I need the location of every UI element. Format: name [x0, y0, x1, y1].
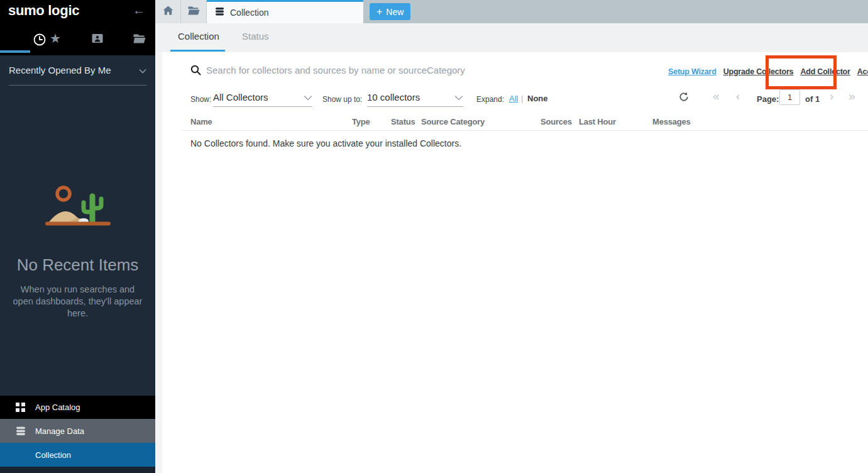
library-tab[interactable] [181, 0, 207, 23]
collection-document-tab[interactable]: Collection [207, 0, 363, 23]
page-label: Page: [757, 94, 779, 104]
column-header-status[interactable]: Status [391, 117, 415, 126]
expand-none-option[interactable]: None [527, 94, 548, 103]
show-filter-label: Show: [190, 95, 211, 104]
tab-strip: + New [363, 0, 868, 23]
main-area: Collection + New Collection Status Setup… [155, 0, 868, 473]
expand-label: Expand: [476, 95, 504, 104]
collection-label: Collection [35, 450, 71, 460]
recently-opened-label: Recently Opened By Me [9, 65, 111, 75]
refresh-icon[interactable] [679, 92, 689, 104]
setup-wizard-link[interactable]: Setup Wizard [668, 67, 717, 76]
shared-content-icon[interactable] [92, 33, 103, 46]
app-catalog-label: App Catalog [35, 403, 80, 412]
sumo-logic-logo: sumo logic [8, 3, 79, 19]
collection-database-icon [215, 7, 224, 19]
column-header-messages[interactable]: Messages [652, 117, 691, 126]
recently-opened-dropdown[interactable]: Recently Opened By Me [9, 55, 146, 86]
chevron-down-icon [304, 92, 312, 103]
new-button-label: New [386, 7, 404, 17]
table-header-divider [182, 130, 868, 131]
tab-status[interactable]: Status [242, 31, 269, 42]
next-page-icon[interactable]: › [830, 89, 833, 103]
add-collector-link[interactable]: Add Collector [800, 67, 850, 76]
collection-panel: Setup Wizard Upgrade Collectors Add Coll… [162, 52, 868, 473]
column-header-type[interactable]: Type [352, 117, 370, 126]
show-filter-value: All Collectors [213, 92, 268, 103]
search-icon [190, 65, 201, 78]
sidebar-header: sumo logic ← ★ [0, 0, 155, 55]
limit-filter-value: 10 collectors [367, 92, 420, 103]
page-number-input[interactable] [779, 89, 800, 105]
library-folder-icon[interactable] [133, 34, 146, 46]
active-tab-indicator [170, 50, 225, 52]
expand-divider: | [521, 94, 523, 103]
recents-clock-icon[interactable] [33, 33, 47, 49]
column-header-name[interactable]: Name [190, 117, 212, 126]
quick-links: Setup Wizard Upgrade Collectors Add Coll… [668, 67, 868, 76]
sidebar-item-manage-data[interactable]: Manage Data [0, 419, 155, 443]
plus-icon: + [376, 6, 382, 18]
no-recent-items-caption: When you run searches and open dashboard… [11, 284, 145, 320]
last-page-icon[interactable]: » [849, 89, 855, 103]
favorites-star-icon[interactable]: ★ [50, 30, 61, 47]
active-sidebar-tab-indicator [0, 50, 30, 53]
collection-tab-label: Collection [230, 8, 268, 18]
recent-section: Recently Opened By Me [0, 55, 155, 87]
access-keys-link[interactable]: Access Keys [857, 67, 868, 76]
expand-all-link[interactable]: All [509, 94, 518, 103]
page-count-label: of 1 [805, 94, 820, 104]
sub-tab-row: Collection Status [155, 23, 868, 52]
limit-filter-label: Show up to: [322, 95, 362, 104]
open-folder-icon [188, 6, 200, 18]
chevron-down-icon [454, 92, 463, 103]
sidebar-item-app-catalog[interactable]: App Catalog [0, 396, 155, 419]
show-filter-select[interactable]: All Collectors [213, 88, 312, 107]
upgrade-collectors-link[interactable]: Upgrade Collectors [723, 67, 794, 76]
sidebar-empty-state: No Recent Items When you run searches an… [0, 87, 155, 396]
sidebar-item-collection[interactable]: Collection [0, 443, 155, 467]
chevron-down-icon [139, 65, 146, 76]
sidebar-bottom-menu: App Catalog Manage Data Collection [0, 396, 155, 473]
top-tab-bar: Collection + New [155, 0, 868, 23]
tab-collection[interactable]: Collection [178, 31, 219, 42]
column-header-sources[interactable]: Sources [541, 117, 572, 126]
sidebar-filler [0, 467, 155, 473]
new-button[interactable]: + New [370, 3, 410, 20]
first-page-icon[interactable]: « [713, 89, 720, 103]
manage-data-database-icon [16, 426, 26, 436]
home-icon [163, 6, 173, 18]
empty-table-message: No Collectors found. Make sure you activ… [190, 138, 461, 148]
home-tab[interactable] [155, 0, 181, 23]
desert-illustration [40, 182, 116, 234]
limit-filter-select[interactable]: 10 collectors [367, 88, 463, 107]
app-window: sumo logic ← ★ Recently Opened By Me [0, 0, 868, 473]
sidebar-icon-tabs: ★ [0, 30, 155, 53]
manage-data-label: Manage Data [35, 426, 84, 436]
column-header-last-hour[interactable]: Last Hour [579, 117, 616, 126]
column-header-source-category[interactable]: Source Category [421, 117, 485, 126]
collapse-sidebar-icon[interactable]: ← [133, 3, 145, 18]
search-input[interactable] [206, 61, 608, 79]
no-recent-items-title: No Recent Items [17, 255, 139, 275]
app-catalog-grid-icon [16, 403, 26, 412]
previous-page-icon[interactable]: ‹ [736, 89, 740, 103]
sidebar: sumo logic ← ★ Recently Opened By Me [0, 0, 155, 473]
